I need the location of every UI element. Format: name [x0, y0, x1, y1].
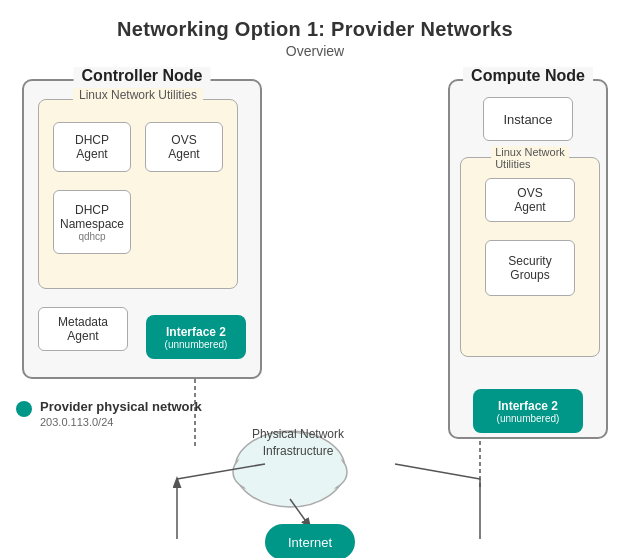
- provider-dot: [16, 401, 32, 417]
- svg-line-11: [395, 464, 480, 479]
- page-title: Networking Option 1: Provider Networks: [0, 0, 630, 41]
- svg-line-12: [290, 499, 310, 527]
- svg-line-9: [177, 464, 265, 479]
- controller-node-label: Controller Node: [74, 67, 211, 85]
- dhcp-namespace-sub: qdhcp: [78, 231, 105, 242]
- dhcp-agent: DHCPAgent: [53, 122, 131, 172]
- ovs-agent-comp: OVSAgent: [485, 178, 575, 222]
- linux-net-utils-ctrl: Linux Network Utilities DHCPAgent OVSAge…: [38, 99, 238, 289]
- dhcp-namespace: DHCPNamespace qdhcp: [53, 190, 131, 254]
- svg-point-5: [235, 456, 275, 488]
- diagram-area: Physical Network Infrastructure Controll…: [0, 69, 630, 549]
- compute-node: Compute Node Instance Linux NetworkUtili…: [448, 79, 608, 439]
- metadata-agent: MetadataAgent: [38, 307, 128, 351]
- svg-point-6: [305, 456, 345, 488]
- interface2-ctrl: Interface 2 (unnumbered): [146, 315, 246, 359]
- linux-net-utils-comp: Linux NetworkUtilities OVSAgent Security…: [460, 157, 600, 357]
- linux-net-utils-comp-label: Linux NetworkUtilities: [491, 146, 569, 170]
- security-groups: SecurityGroups: [485, 240, 575, 296]
- physical-network-label: Physical Network Infrastructure: [243, 426, 353, 460]
- linux-net-utils-ctrl-label: Linux Network Utilities: [73, 88, 203, 102]
- ovs-agent-ctrl: OVSAgent: [145, 122, 223, 172]
- compute-node-label: Compute Node: [463, 67, 593, 85]
- interface2-comp: Interface 2 (unnumbered): [473, 389, 583, 433]
- internet-bubble: Internet: [265, 524, 355, 558]
- provider-network-label: Provider physical network 203.0.113.0/24: [16, 399, 202, 428]
- instance-box: Instance: [483, 97, 573, 141]
- provider-network-text: Provider physical network: [40, 399, 202, 416]
- provider-network-ip: 203.0.113.0/24: [40, 416, 202, 428]
- page-subtitle: Overview: [0, 43, 630, 59]
- controller-node: Controller Node Linux Network Utilities …: [22, 79, 262, 379]
